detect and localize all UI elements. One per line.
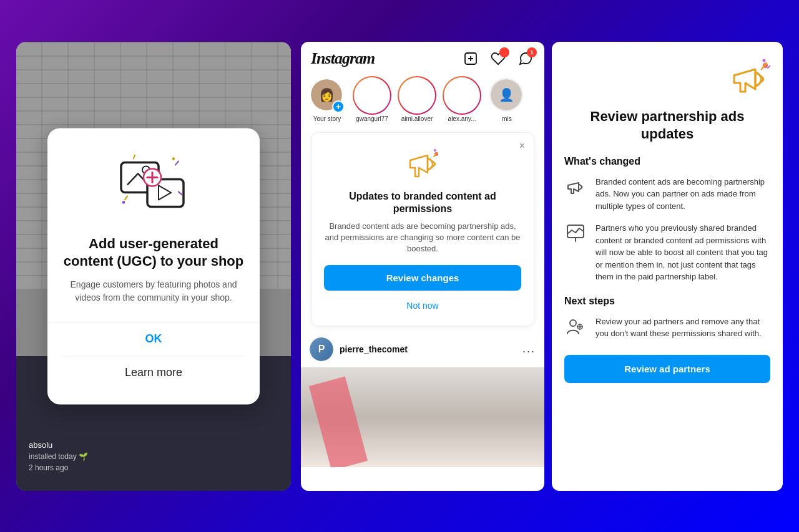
heart-badge: [499, 47, 509, 57]
messenger-icon[interactable]: 1: [517, 50, 534, 67]
change-item-1: Branded content ads are becoming partner…: [564, 176, 770, 213]
aimi-ring: [398, 76, 436, 115]
your-story-avatar: 👩 +: [310, 78, 345, 113]
change-1-megaphone-icon: [564, 176, 587, 198]
story-name-mis: mis: [502, 115, 512, 122]
change-2-text: Partners who you previously shared brand…: [596, 222, 770, 283]
svg-rect-12: [122, 200, 125, 203]
svg-point-20: [763, 59, 766, 62]
change-2-boost-icon: [564, 222, 587, 244]
messenger-badge: 1: [527, 47, 537, 57]
ugc-description: Engage customers by featuring photos and…: [62, 278, 245, 304]
ugc-dialog: Add user-generated content (UGC) to your…: [47, 128, 260, 404]
header-icons: 1: [462, 50, 534, 67]
svg-line-7: [134, 155, 135, 158]
alex-avatar: 👤: [444, 78, 479, 113]
branded-title: Updates to branded content ad permission…: [324, 190, 521, 216]
megaphone-illustration: [404, 145, 441, 183]
whats-changed-label: What's changed: [564, 156, 770, 167]
post-image: [301, 367, 544, 467]
svg-line-8: [175, 161, 179, 165]
post-header: P pierre_thecomet ...: [301, 331, 544, 367]
left-panel: absolu installed today 🌱 2 hours ago: [16, 42, 291, 491]
story-item-alex[interactable]: 👤 alex.any...: [443, 78, 481, 122]
review-megaphone-icon: [564, 57, 770, 103]
post-avatar: P: [310, 337, 333, 361]
change-1-text: Branded content ads are becoming partner…: [596, 176, 770, 213]
story-name-aimi: aimi.allover: [401, 115, 433, 122]
bottom-caption: absolu installed today 🌱 2 hours ago: [29, 440, 88, 472]
story-name-alex: alex.any...: [448, 115, 476, 122]
ugc-illustration: [116, 151, 191, 220]
branded-description: Branded content ads are becoming partner…: [324, 221, 521, 255]
mis-avatar-inner: 👤: [489, 78, 523, 112]
gwangurl77-ring: [353, 76, 391, 115]
story-name-gwangurl77: gwangurl77: [356, 115, 388, 122]
post-username[interactable]: pierre_thecomet: [340, 344, 516, 354]
post-image-content: [301, 367, 544, 467]
next-step-1-text: Review your ad partners and remove any t…: [596, 316, 770, 340]
story-item-mis[interactable]: 👤 mis: [488, 78, 526, 122]
gwangurl77-avatar: 🥷: [355, 78, 390, 113]
add-story-button[interactable]: +: [332, 100, 345, 113]
story-item-aimi[interactable]: 👤 aimi.allover: [398, 78, 436, 122]
change-item-2: Partners who you previously shared brand…: [564, 222, 770, 283]
story-name-your-story: Your story: [313, 115, 341, 122]
svg-line-9: [125, 196, 127, 200]
mis-avatar-circle: 👤: [491, 79, 522, 110]
not-now-button[interactable]: Not now: [324, 298, 521, 313]
heart-icon[interactable]: [489, 50, 507, 67]
next-steps-label: Next steps: [564, 296, 770, 307]
svg-point-26: [570, 320, 576, 326]
alex-ring: [443, 76, 481, 115]
mis-avatar: 👤: [489, 78, 524, 113]
aimi-avatar: 👤: [400, 78, 434, 113]
svg-line-22: [768, 65, 770, 68]
instagram-phone: Instagram: [301, 42, 544, 491]
plus-square-icon[interactable]: [462, 50, 479, 67]
ugc-icon-area: [62, 148, 245, 223]
branded-content-popup: × Updates to branded content ad per: [311, 132, 534, 326]
next-step-item-1: Review your ad partners and remove any t…: [564, 316, 770, 340]
instagram-logo: Instagram: [311, 49, 375, 68]
instagram-header: Instagram: [301, 42, 544, 73]
svg-point-17: [434, 149, 436, 152]
svg-rect-11: [172, 157, 175, 160]
caption-timestamp: 2 hours ago: [29, 463, 88, 472]
close-button[interactable]: ×: [519, 140, 525, 152]
story-item-your-story[interactable]: 👩 + Your story: [308, 78, 346, 122]
right-panel: Instagram: [301, 42, 783, 491]
ugc-title: Add user-generated content (UGC) to your…: [62, 235, 245, 271]
review-changes-button[interactable]: Review changes: [324, 265, 521, 291]
review-partnership-panel: Review partnership ads updates What's ch…: [552, 42, 783, 491]
post-more-button[interactable]: ...: [522, 342, 536, 355]
story-item-gwangurl77[interactable]: 🥷 gwangurl77: [353, 78, 391, 122]
post-avatar-circle: P: [310, 337, 333, 361]
ugc-ok-button[interactable]: OK: [62, 322, 245, 356]
caption-line1: absolu: [29, 440, 88, 450]
review-ad-partners-button[interactable]: Review ad partners: [564, 355, 770, 383]
review-title: Review partnership ads updates: [564, 108, 770, 143]
next-step-person-icon: [564, 316, 587, 338]
ugc-learn-more-button[interactable]: Learn more: [62, 356, 245, 389]
caption-line2: installed today 🌱: [29, 452, 88, 461]
stories-row: 👩 + Your story 🥷 gwangurl77: [301, 73, 544, 127]
